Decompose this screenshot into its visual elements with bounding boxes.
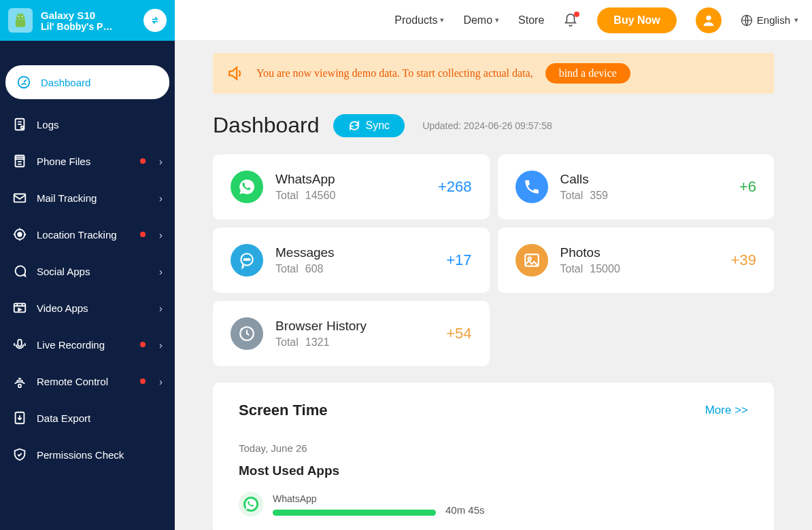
device-info: Galaxy S10 Lil' Bobby's Pho... <box>41 10 135 32</box>
svg-point-3 <box>706 15 711 20</box>
device-selector[interactable]: Galaxy S10 Lil' Bobby's Pho... <box>0 0 175 41</box>
svg-rect-14 <box>18 340 22 347</box>
nav-store[interactable]: Store <box>518 14 544 26</box>
android-icon <box>8 8 33 33</box>
bind-device-button[interactable]: bind a device <box>545 63 630 84</box>
language-selector[interactable]: English ▾ <box>741 14 798 26</box>
phone-files-icon <box>12 154 27 169</box>
stat-card-photos[interactable]: PhotosTotal15000+39 <box>498 228 775 293</box>
chevron-right-icon: › <box>159 192 163 204</box>
buy-now-button[interactable]: Buy Now <box>597 7 676 33</box>
svg-point-0 <box>18 16 19 18</box>
stat-card-calls[interactable]: CallsTotal359+6 <box>498 154 775 219</box>
nav-products-label: Products <box>394 14 437 26</box>
card-total: Total359 <box>560 190 727 202</box>
screen-time-more[interactable]: More >> <box>705 404 748 417</box>
nav-products[interactable]: Products▾ <box>394 14 444 26</box>
card-total: Total1321 <box>275 336 434 349</box>
card-delta: +54 <box>446 325 471 342</box>
svg-point-22 <box>528 258 530 260</box>
chevron-down-icon: ▾ <box>440 16 444 24</box>
svg-point-19 <box>246 259 248 260</box>
svg-point-20 <box>248 259 250 260</box>
chevron-right-icon: › <box>159 302 163 314</box>
card-title: Calls <box>560 172 727 187</box>
card-title: Photos <box>560 245 719 260</box>
sync-label: Sync <box>366 120 390 132</box>
screen-time-date: Today, June 26 <box>239 442 748 454</box>
indicator-dot <box>140 232 146 237</box>
sidebar-item-phone-files[interactable]: Phone Files› <box>0 143 175 179</box>
screen-time-panel: Screen Time More >> Today, June 26 Most … <box>213 383 774 530</box>
calls-icon <box>515 171 548 203</box>
stat-card-browser-history[interactable]: Browser HistoryTotal1321+54 <box>213 301 490 366</box>
nav-demo-label: Demo <box>463 14 492 26</box>
sidebar-item-location-tracking[interactable]: Location Tracking› <box>0 216 175 253</box>
page-title: Dashboard <box>213 113 320 138</box>
logs-icon <box>12 117 27 132</box>
svg-rect-15 <box>18 385 21 388</box>
usage-bar <box>273 510 436 516</box>
indicator-dot <box>140 342 146 347</box>
sidebar-item-label: Live Recording <box>37 339 131 351</box>
svg-point-2 <box>148 14 162 27</box>
app-name: WhatsApp <box>273 493 748 504</box>
stat-card-messages[interactable]: MessagesTotal608+17 <box>213 228 490 293</box>
chevron-down-icon: ▾ <box>794 16 798 24</box>
card-delta: +17 <box>446 251 471 269</box>
sidebar-item-remote-control[interactable]: Remote Control› <box>0 363 175 400</box>
card-title: WhatsApp <box>275 172 426 187</box>
video-apps-icon <box>12 300 27 315</box>
swap-device-icon[interactable] <box>143 9 167 32</box>
app-duration: 40m 45s <box>445 504 485 516</box>
chevron-right-icon: › <box>159 376 163 387</box>
card-title: Messages <box>275 245 434 260</box>
messages-icon <box>231 244 263 277</box>
avatar[interactable] <box>696 7 722 33</box>
card-total: Total15000 <box>560 263 719 275</box>
svg-point-1 <box>22 16 23 18</box>
indicator-dot <box>140 378 146 384</box>
sidebar-item-label: Mail Tracking <box>37 192 150 204</box>
sidebar-item-video-apps[interactable]: Video Apps› <box>0 289 175 326</box>
sidebar-item-logs[interactable]: Logs <box>0 106 175 143</box>
language-label: English <box>757 14 790 26</box>
sidebar-item-label: Data Export <box>37 412 163 424</box>
sidebar-item-permissions-check[interactable]: Permissions Check <box>0 436 175 473</box>
card-total: Total608 <box>275 263 434 275</box>
globe-icon <box>741 14 753 26</box>
demo-alert: You are now viewing demo data. To start … <box>213 53 774 94</box>
chevron-right-icon: › <box>159 156 163 167</box>
updated-text: Updated: 2024-06-26 09:57:58 <box>422 120 552 131</box>
sidebar-item-label: Remote Control <box>37 376 131 387</box>
device-model: Galaxy S10 <box>41 10 135 21</box>
sidebar: DashboardLogsPhone Files›Mail Tracking›L… <box>0 41 175 530</box>
chevron-right-icon: › <box>159 339 163 351</box>
card-title: Browser History <box>275 319 434 334</box>
nav-demo[interactable]: Demo▾ <box>463 14 499 26</box>
live-recording-icon <box>12 337 27 352</box>
svg-point-12 <box>18 232 22 236</box>
stat-card-whatsapp[interactable]: WhatsAppTotal14560+268 <box>213 154 490 219</box>
sidebar-item-label: Social Apps <box>37 266 150 277</box>
sync-button[interactable]: Sync <box>333 114 405 137</box>
indicator-dot <box>140 158 146 164</box>
sidebar-item-dashboard[interactable]: Dashboard <box>5 65 169 99</box>
card-delta: +39 <box>731 251 756 269</box>
sidebar-item-live-recording[interactable]: Live Recording› <box>0 326 175 363</box>
chevron-right-icon: › <box>159 229 163 241</box>
sidebar-item-data-export[interactable]: Data Export <box>0 400 175 436</box>
most-used-apps-title: Most Used Apps <box>239 463 748 478</box>
sidebar-item-social-apps[interactable]: Social Apps› <box>0 253 175 289</box>
data-export-icon <box>12 410 27 425</box>
sidebar-item-label: Location Tracking <box>37 229 131 241</box>
sidebar-item-label: Dashboard <box>41 77 158 88</box>
svg-point-7 <box>21 126 24 129</box>
top-nav: Products▾ Demo▾ Store Buy Now English ▾ <box>175 0 812 41</box>
device-name: Lil' Bobby's Pho... <box>41 21 116 32</box>
location-tracking-icon <box>12 227 27 242</box>
remote-control-icon <box>12 374 27 389</box>
sidebar-item-mail-tracking[interactable]: Mail Tracking› <box>0 179 175 216</box>
sync-icon <box>348 120 360 132</box>
notifications-icon[interactable] <box>563 13 578 28</box>
